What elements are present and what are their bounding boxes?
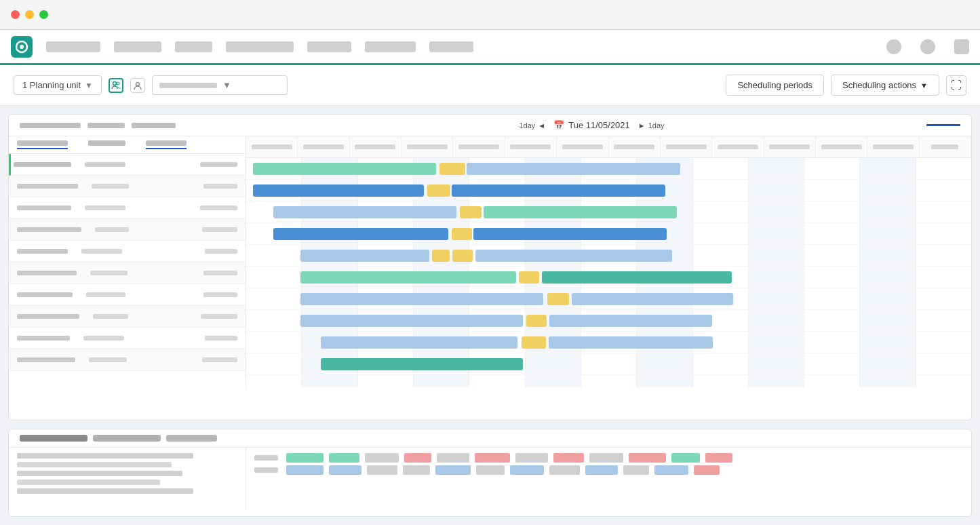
bar-segment (273, 228, 448, 240)
gantt-bar-row (246, 180, 971, 201)
bar-segment (300, 293, 543, 305)
gantt-bar-row (246, 223, 971, 245)
nav-item-6[interactable] (365, 41, 416, 52)
gantt-col-tabs (9, 136, 246, 154)
bottom-tab-1[interactable] (20, 435, 87, 442)
gantt-time-header (246, 136, 971, 158)
time-cell (764, 136, 816, 157)
bar-segment (475, 250, 672, 262)
col-tab-2 (88, 140, 125, 149)
bar-segment (522, 336, 546, 349)
bar-segment (300, 250, 429, 262)
date-display: 📅 Tue 11/05/2021 (553, 120, 630, 130)
nav-item-7[interactable] (429, 41, 473, 52)
bar-segment (542, 271, 732, 284)
bar-segment (273, 206, 456, 218)
bar-segment (253, 163, 436, 175)
svg-point-1 (20, 45, 24, 49)
nav-item-2[interactable] (114, 41, 161, 52)
col-tab-3-label (146, 140, 187, 146)
dropdown-select[interactable]: ▼ (152, 75, 288, 95)
bar-segment (572, 293, 733, 305)
nav-left-arrow-icon: ◄ (538, 121, 545, 130)
person-view-button[interactable] (130, 78, 145, 93)
time-cell (298, 136, 349, 157)
bottom-chart-row (254, 453, 963, 463)
user-icon[interactable] (886, 39, 901, 54)
time-cell (867, 136, 919, 157)
logout-icon[interactable] (954, 39, 969, 54)
nav-right-arrow-icon: ► (638, 121, 646, 130)
svg-point-3 (117, 82, 119, 85)
time-cell (246, 136, 298, 157)
col-tab-3-underline (146, 148, 187, 149)
table-row (9, 328, 246, 349)
bottom-left-panel (9, 448, 246, 509)
table-row (9, 262, 246, 284)
time-cell (505, 136, 557, 157)
date-label: Tue 11/05/2021 (568, 120, 630, 130)
bar-segment (452, 184, 665, 197)
gantt-bar-row (246, 267, 971, 288)
time-cell (557, 136, 608, 157)
scheduling-actions-button[interactable]: Scheduling actions ▼ (831, 75, 939, 96)
col-header-2 (87, 123, 125, 128)
nav-item-1[interactable] (46, 41, 100, 52)
gantt-bar-row (246, 310, 971, 332)
col-tab-2-underline (88, 148, 125, 149)
chevron-down-icon: ▼ (920, 81, 928, 90)
bar-segment (547, 293, 569, 305)
time-cell (453, 136, 505, 157)
gantt-body (9, 136, 971, 387)
filter-icon: ▼ (85, 81, 93, 90)
nav-right-label: 1day (648, 121, 665, 130)
gantt-bar-row (246, 353, 971, 375)
nav-item-5[interactable] (307, 41, 351, 52)
maximize-button[interactable] (39, 10, 48, 19)
nav-item-4[interactable] (226, 41, 294, 52)
group-by-person-button[interactable] (109, 78, 123, 93)
time-cell (350, 136, 401, 157)
bar-segment (473, 228, 667, 240)
row-col3-text (200, 162, 237, 167)
blue-indicator (926, 124, 960, 126)
table-row (9, 197, 246, 219)
nav-right-button[interactable]: ► 1day (638, 121, 665, 130)
row-col1-text (14, 162, 71, 167)
planning-unit-label: 1 Planning unit (22, 80, 81, 90)
time-cell (609, 136, 661, 157)
nav-item-3[interactable] (175, 41, 212, 52)
navbar (0, 30, 980, 65)
gantt-header: 1day ◄ 📅 Tue 11/05/2021 ► 1day (9, 115, 971, 136)
scheduling-periods-button[interactable]: Scheduling periods (726, 75, 824, 96)
gantt-bar-row (246, 288, 971, 310)
svg-point-2 (113, 81, 116, 85)
planning-unit-button[interactable]: 1 Planning unit ▼ (14, 75, 102, 95)
app-logo (11, 36, 33, 58)
svg-point-4 (136, 82, 139, 85)
bar-segment (526, 315, 547, 327)
bottom-chart-area (246, 448, 971, 509)
gantt-chart-area (246, 136, 971, 387)
bar-segment (519, 271, 539, 284)
nav-left-button[interactable]: 1day ◄ (519, 121, 545, 130)
bottom-panel (8, 429, 972, 517)
table-row (9, 176, 246, 197)
table-row (9, 219, 246, 241)
bar-segment (253, 184, 424, 197)
gantt-bar-row (246, 245, 971, 267)
gantt-bar-row (246, 332, 971, 353)
notifications-icon[interactable] (920, 39, 935, 54)
bottom-tabs (9, 429, 971, 448)
gantt-rows-list (9, 154, 246, 371)
fullscreen-button[interactable]: ⛶ (946, 75, 966, 96)
bar-segment (300, 315, 523, 327)
time-cell (816, 136, 867, 157)
col-header-1 (20, 123, 81, 128)
minimize-button[interactable] (25, 10, 34, 19)
bottom-tab-2[interactable] (93, 435, 161, 442)
table-row (9, 306, 246, 328)
bottom-tab-3[interactable] (166, 435, 217, 442)
bottom-chart-row (254, 465, 963, 475)
close-button[interactable] (11, 10, 20, 19)
